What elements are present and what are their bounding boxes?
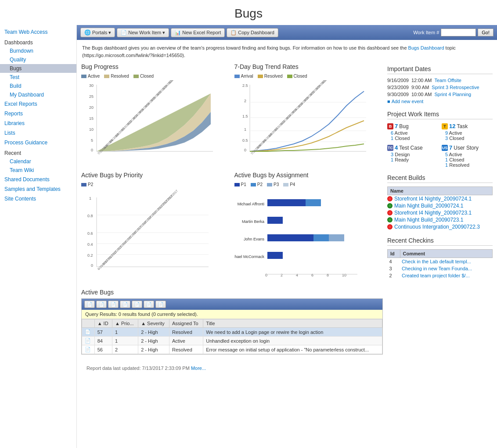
userstory-resolved-val[interactable]: 1 [445, 162, 448, 168]
build-link-5[interactable]: Continuous Intergration_20090722.3 [394, 224, 480, 230]
sidebar-item-reports[interactable]: Reports [0, 109, 76, 118]
date-row-2: 9/23/2009 9:00 AM Sprint 3 Retrospective [387, 85, 493, 90]
table-row[interactable]: 📄 57 1 2 - High Resolved We need to add … [82, 328, 382, 337]
col-severity[interactable]: ▲ Severity [138, 319, 169, 328]
bug-count[interactable]: 7 [395, 123, 398, 129]
checkin-id-3: 2 [388, 272, 400, 279]
event-3[interactable]: Sprint 4 Planning [434, 92, 471, 97]
task-label: Task [457, 123, 468, 129]
build-link-1[interactable]: Storefront I4 Nightly_20090724.1 [394, 196, 472, 202]
date-3: 9/30/2009 [387, 92, 409, 97]
build-link-4[interactable]: Main Night Build_20090723.1 [394, 217, 463, 223]
bug-active-val[interactable]: 6 [391, 130, 393, 136]
testcase-count[interactable]: 4 [395, 144, 398, 151]
bug-closed-val[interactable]: 1 [391, 136, 393, 141]
task-count[interactable]: 12 [449, 123, 455, 129]
sidebar-sub-team-wiki[interactable]: Team Wiki [0, 166, 76, 175]
checkin-id-1: 4 [388, 258, 400, 265]
sidebar-sub-build[interactable]: Build [0, 82, 76, 90]
build-link-2[interactable]: Main Night Build_20090724.1 [394, 203, 463, 209]
bugs-dashboard-link[interactable]: Bugs Dashboard [408, 45, 444, 50]
testcase-ready-val[interactable]: 1 [391, 157, 393, 162]
portals-button[interactable]: 🌐 Portals ▾ [80, 28, 115, 37]
svg-text:5: 5 [91, 138, 93, 143]
bugs-toolbar-btn-1[interactable]: 📄 [84, 301, 95, 308]
sidebar-item-process-guidance[interactable]: Process Guidance [0, 138, 76, 147]
checkin-row-2[interactable]: 3 Checking in new Team Founda... [388, 265, 493, 272]
task-active-val[interactable]: 9 [445, 130, 448, 136]
userstory-closed-val[interactable]: 1 [445, 157, 448, 162]
svg-text:25: 25 [89, 94, 94, 99]
copy-dashboard-button[interactable]: 📋 Copy Dashboard [227, 28, 278, 37]
assignment-p1-label: P1 [241, 182, 246, 187]
svg-text:1: 1 [244, 127, 246, 132]
userstory-count[interactable]: 7 [449, 144, 452, 151]
sidebar-sub-calendar[interactable]: Calendar [0, 157, 76, 166]
svg-text:2: 2 [244, 99, 246, 103]
col-icon [82, 319, 95, 328]
checkin-comment-2[interactable]: Checking in new Team Founda... [400, 265, 492, 272]
svg-text:20: 20 [89, 105, 94, 110]
new-work-item-button[interactable]: 📄 New Work Item ▾ [117, 28, 169, 37]
event-1[interactable]: Team Offsite [434, 78, 461, 83]
sidebar-item-site-contents[interactable]: Site Contents [0, 194, 76, 204]
sidebar-item-team-web-access[interactable]: Team Web Access [0, 27, 76, 37]
checkin-comment-3[interactable]: Created team project folder $/... [400, 272, 492, 279]
testcase-design-val[interactable]: 3 [391, 152, 393, 157]
bugs-toolbar-btn-3[interactable]: 📄 [108, 301, 119, 308]
svg-text:Michael McCormack: Michael McCormack [234, 254, 264, 259]
new-excel-report-button[interactable]: 📊 New Excel Report [171, 28, 225, 37]
go-button[interactable]: Go! [478, 29, 493, 36]
row-severity-2: 2 - High [138, 337, 169, 345]
bugs-toolbar-btn-4[interactable]: 📄 [120, 301, 130, 308]
assignment-p2-color [251, 183, 256, 186]
row-assigned-2: Active [169, 337, 203, 345]
build-link-3[interactable]: Storefront I4 Nightly_20090723.1 [394, 210, 472, 216]
col-assigned[interactable]: Assigned To [169, 319, 203, 328]
sidebar-item-shared-documents[interactable]: Shared Documents [0, 175, 76, 184]
checkins-header-comment: Comment [400, 250, 492, 258]
trend-legend-resolved: Resolved [258, 74, 283, 79]
work-item-input[interactable] [441, 29, 476, 36]
userstory-active-val[interactable]: 5 [445, 152, 448, 157]
sidebar-sub-my-dashboard[interactable]: My Dashboard [0, 90, 76, 99]
sidebar-item-excel-reports[interactable]: Excel Reports [0, 99, 76, 109]
table-row[interactable]: 📄 84 1 2 - High Active Unhandled excepti… [82, 337, 382, 345]
sidebar-item-samples[interactable]: Samples and Templates [0, 184, 76, 194]
bugs-toolbar-btn-5[interactable]: 📄 [132, 301, 142, 308]
build-row-2: Main Night Build_20090724.1 [387, 202, 493, 209]
assignment-legend-p3: P3 [267, 182, 279, 187]
sidebar-sub-burndown[interactable]: Burndown [0, 47, 76, 55]
bugs-toolbar-btn-7[interactable]: 📄 [155, 301, 166, 308]
row-id-3: 56 [94, 345, 112, 354]
legend-closed-color [133, 75, 139, 78]
sidebar-sub-test[interactable]: Test [0, 73, 76, 82]
col-title[interactable]: Title [203, 319, 382, 328]
footer-more-link[interactable]: More... [191, 366, 206, 371]
sidebar-sub-bugs[interactable]: Bugs [0, 64, 76, 73]
task-closed-val[interactable]: 3 [445, 136, 448, 141]
row-severity-1: 2 - High [138, 328, 169, 337]
checkin-row-1[interactable]: 4 Check in the Lab default templ... [388, 258, 493, 265]
sidebar-item-lists[interactable]: Lists [0, 128, 76, 138]
toolbar: 🌐 Portals ▾ 📄 New Work Item ▾ 📊 New Exce… [77, 25, 497, 40]
checkin-row-3[interactable]: 2 Created team project folder $/... [388, 272, 493, 279]
bugs-toolbar-btn-2[interactable]: 📄 [96, 301, 107, 308]
new-excel-report-icon: 📊 [175, 30, 181, 36]
add-event-button[interactable]: ■ Add new event [387, 99, 493, 104]
col-id[interactable]: ▲ ID [94, 319, 112, 328]
sidebar-item-libraries[interactable]: Libraries [0, 118, 76, 128]
builds-list: Storefront I4 Nightly_20090724.1 Main Ni… [387, 195, 493, 230]
row-icon-3: 📄 [82, 345, 95, 354]
build-success-icon-2 [387, 203, 393, 208]
checkin-comment-1[interactable]: Check in the Lab default templ... [400, 258, 492, 265]
bugs-toolbar-btn-6[interactable]: 📄 [144, 301, 154, 308]
sidebar-sub-quality[interactable]: Quality [0, 55, 76, 64]
table-row[interactable]: 📄 56 2 2 - High Resolved Error message o… [82, 345, 382, 354]
active-bugs-container: 📄 📄 📄 📄 📄 📄 📄 Query Results: 0 results f… [81, 298, 383, 355]
col-priority[interactable]: ▲ Prio... [112, 319, 138, 328]
assignment-legend-p4: P4 [283, 182, 295, 187]
row-priority-1: 1 [112, 328, 138, 337]
page-title: Bugs [0, 0, 497, 25]
event-2[interactable]: Sprint 3 Retrospective [432, 85, 479, 90]
